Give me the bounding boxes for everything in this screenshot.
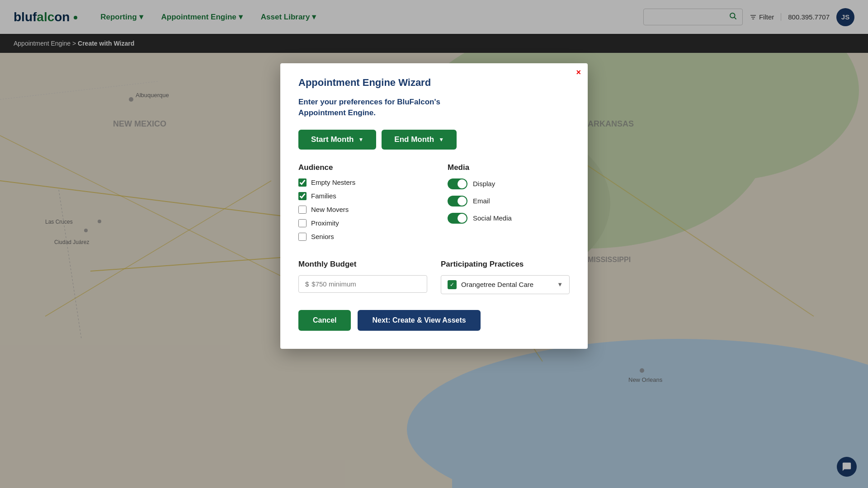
checkbox-families[interactable]: Families xyxy=(298,192,420,200)
social-media-label: Social Media xyxy=(473,214,512,222)
dollar-sign-icon: $ xyxy=(305,280,309,288)
email-label: Email xyxy=(473,197,490,205)
end-month-label: End Month xyxy=(394,135,434,144)
audience-media-row: Audience Empty Nesters Families New Move… xyxy=(298,163,570,246)
seniors-label: Seniors xyxy=(311,233,334,240)
cancel-button[interactable]: Cancel xyxy=(298,310,351,331)
checkbox-new-movers-input[interactable] xyxy=(298,206,307,214)
next-button[interactable]: Next: Create & View Assets xyxy=(358,310,480,331)
modal-title: Appointment Engine Wizard xyxy=(298,77,570,89)
practices-section: Participating Practices ✓ Orangetree Den… xyxy=(441,260,570,294)
start-month-arrow-icon: ▼ xyxy=(358,136,363,143)
budget-input-wrap: $ xyxy=(298,275,427,293)
display-label: Display xyxy=(473,180,495,188)
modal-subtitle: Enter your preferences for BluFalcon'sAp… xyxy=(298,97,570,118)
practices-title: Participating Practices xyxy=(441,260,570,269)
start-month-label: Start Month xyxy=(311,135,354,144)
checkbox-new-movers[interactable]: New Movers xyxy=(298,206,420,214)
practices-chevron-icon: ▼ xyxy=(557,281,563,288)
empty-nesters-label: Empty Nesters xyxy=(311,178,355,186)
start-month-button[interactable]: Start Month ▼ xyxy=(298,130,376,150)
media-section: Media Display Email Social Media xyxy=(448,163,570,246)
end-month-button[interactable]: End Month ▼ xyxy=(382,130,457,150)
wizard-modal: × Appointment Engine Wizard Enter your p… xyxy=(280,63,588,349)
budget-title: Monthly Budget xyxy=(298,260,427,269)
practices-value: Orangetree Dental Care xyxy=(461,281,557,288)
families-label: Families xyxy=(311,192,336,200)
audience-section: Audience Empty Nesters Families New Move… xyxy=(298,163,420,246)
checkbox-seniors-input[interactable] xyxy=(298,233,307,241)
checkbox-empty-nesters-input[interactable] xyxy=(298,178,307,187)
budget-section: Monthly Budget $ xyxy=(298,260,427,294)
checkbox-seniors[interactable]: Seniors xyxy=(298,233,420,241)
action-row: Cancel Next: Create & View Assets xyxy=(298,310,570,331)
proximity-label: Proximity xyxy=(311,219,339,227)
budget-input[interactable] xyxy=(311,280,420,288)
audience-title: Audience xyxy=(298,163,420,172)
new-movers-label: New Movers xyxy=(311,206,349,213)
checkbox-proximity[interactable]: Proximity xyxy=(298,219,420,227)
practices-check-icon: ✓ xyxy=(448,280,457,289)
social-media-toggle[interactable] xyxy=(448,213,467,224)
practices-dropdown[interactable]: ✓ Orangetree Dental Care ▼ xyxy=(441,275,570,294)
display-toggle[interactable] xyxy=(448,178,467,189)
month-row: Start Month ▼ End Month ▼ xyxy=(298,130,570,150)
email-toggle[interactable] xyxy=(448,196,467,206)
toggle-email: Email xyxy=(448,196,570,206)
checkbox-families-input[interactable] xyxy=(298,192,307,200)
checkbox-proximity-input[interactable] xyxy=(298,219,307,227)
end-month-arrow-icon: ▼ xyxy=(439,136,444,143)
checkbox-empty-nesters[interactable]: Empty Nesters xyxy=(298,178,420,187)
toggle-social-media: Social Media xyxy=(448,213,570,224)
media-title: Media xyxy=(448,163,570,172)
toggle-display: Display xyxy=(448,178,570,189)
close-button[interactable]: × xyxy=(576,68,581,77)
budget-practices-row: Monthly Budget $ Participating Practices… xyxy=(298,260,570,294)
